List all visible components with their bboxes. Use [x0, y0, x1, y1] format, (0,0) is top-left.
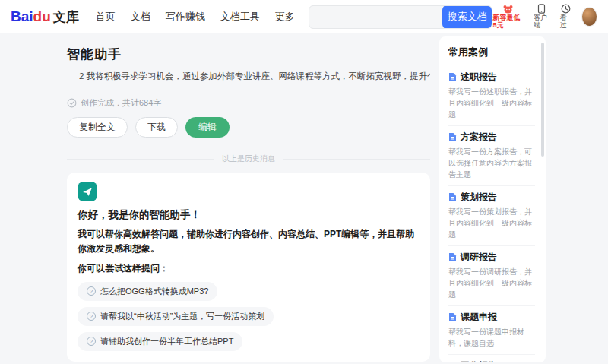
nav-more[interactable]: 更多 [275, 10, 295, 24]
nav-doc-tools[interactable]: 文档工具 [220, 10, 260, 24]
page-layout: 智能助手 2 我将积极寻求学习机会，通过参加外部专业讲座、网络课程等方式，不断拓… [0, 33, 608, 364]
document-icon [448, 72, 457, 82]
case-item-debriefing-report[interactable]: 述职报告 帮我写一份述职报告，并且内容细化到三级内容标题 [448, 66, 535, 126]
logo-bai: Bai [11, 8, 33, 25]
assistant-greeting: 你好，我是你的智能助手！ [78, 208, 420, 222]
case-desc-text: 帮我写一份策划报告，并且内容细化到三级内容标题 [448, 206, 535, 240]
suggestion-pill-ppt-summary[interactable]: ? 请辅助我创作一份半年工作总结PPT [78, 332, 242, 351]
common-cases-panel: 常用案例 述职报告 帮我写一份述职报告，并且内容细化到三级内容标题 方案报告 帮… [439, 36, 546, 362]
document-icon [448, 252, 457, 262]
suggestion-text: 请辅助我创作一份半年工作总结PPT [100, 336, 233, 347]
phone-icon [537, 4, 546, 14]
common-cases-title: 常用案例 [448, 46, 535, 59]
case-item-project-application[interactable]: 课题申报 帮我写一份课题申报材料，课题自选 [448, 306, 535, 355]
document-icon [448, 361, 457, 362]
history-actions: 复制全文 下载 编辑 [67, 117, 430, 138]
top-navbar: Baidu文库 首页 文档 写作赚钱 文档工具 更多 搜索文档 新客最低5元 客… [0, 0, 608, 33]
logo-du: du [33, 8, 51, 25]
logo-wenku: 文库 [53, 8, 79, 26]
case-desc-text: 帮我写一份调研报告，并且内容细化到三级内容标题 [448, 266, 535, 300]
page-title: 智能助手 [67, 46, 430, 63]
promo-label: 新客最低5元 [492, 14, 524, 30]
sidebar-scrollbar[interactable] [541, 43, 544, 157]
user-avatar[interactable] [581, 7, 597, 27]
main-nav: 首页 文档 写作赚钱 文档工具 更多 [96, 10, 295, 24]
assistant-avatar-icon [78, 182, 97, 201]
search-button[interactable]: 搜索文档 [442, 5, 492, 29]
case-title-text: 课题申报 [461, 311, 497, 324]
document-icon [448, 192, 457, 202]
case-title-text: 调研报告 [461, 251, 497, 264]
case-title-text: 方案报告 [461, 131, 497, 144]
new-user-promo[interactable]: 新客最低5元 [492, 5, 524, 30]
generation-status: 创作完成，共计684字 [67, 90, 430, 115]
nav-docs[interactable]: 文档 [131, 10, 150, 24]
suggestion-pill-ogg-mp3[interactable]: ? 怎么把OGG格式转换成MP3? [78, 282, 217, 301]
document-icon [448, 312, 457, 322]
case-desc-text: 帮我写一份方案报告，可以选择任意内容为方案报告主题 [448, 146, 535, 180]
case-title-text: 工作报告 [461, 359, 497, 362]
document-icon [448, 132, 457, 142]
suggestion-text: 怎么把OGG格式转换成MP3? [100, 286, 208, 297]
check-circle-icon [67, 98, 77, 108]
download-button[interactable]: 下载 [135, 117, 178, 138]
copy-all-button[interactable]: 复制全文 [67, 117, 128, 138]
client-download[interactable]: 客户端 [534, 4, 550, 30]
case-item-plan-report[interactable]: 方案报告 帮我写一份方案报告，可以选择任意内容为方案报告主题 [448, 126, 535, 186]
search-input[interactable] [309, 6, 442, 28]
history-label: 看过 [560, 14, 572, 30]
case-item-research-report[interactable]: 调研报告 帮我写一份调研报告，并且内容细化到三级内容标题 [448, 246, 535, 306]
history-divider: 以上是历史消息 [67, 154, 430, 164]
mascot-icon [502, 5, 514, 14]
question-circle-icon: ? [87, 337, 96, 346]
case-item-work-report[interactable]: 工作报告 帮我写一份工作报告，工作类型随机 [448, 355, 535, 362]
case-desc-text: 帮我写一份述职报告，并且内容细化到三级内容标题 [448, 86, 535, 120]
question-circle-icon: ? [87, 286, 96, 296]
assistant-intro-text: 我可以帮你高效解答问题，辅助你进行内容创作、内容总结、PPT编辑等，并且帮助你激… [78, 227, 420, 255]
history-divider-label: 以上是历史消息 [222, 154, 275, 164]
question-circle-icon: ? [87, 312, 96, 321]
history-viewed[interactable]: 看过 [560, 4, 572, 30]
case-title-text: 述职报告 [461, 71, 497, 84]
nav-write-earn[interactable]: 写作赚钱 [166, 10, 205, 24]
clock-icon [561, 4, 571, 14]
baidu-wenku-logo[interactable]: Baidu文库 [11, 8, 79, 26]
assistant-main: 智能助手 2 我将积极寻求学习机会，通过参加外部专业讲座、网络课程等方式，不断拓… [67, 36, 430, 364]
nav-home[interactable]: 首页 [96, 10, 116, 24]
case-title-text: 策划报告 [461, 191, 497, 204]
assistant-intro-card: 你好，我是你的智能助手！ 我可以帮你高效解答问题，辅助你进行内容创作、内容总结、… [67, 173, 430, 362]
case-desc-text: 帮我写一份课题申报材料，课题自选 [448, 326, 535, 349]
suggestion-text: 请帮我以“中秋活动”为主题，写一份活动策划 [100, 311, 264, 322]
client-label: 客户端 [534, 14, 550, 30]
edit-button[interactable]: 编辑 [185, 117, 230, 138]
case-item-planning-report[interactable]: 策划报告 帮我写一份策划报告，并且内容细化到三级内容标题 [448, 186, 535, 246]
status-text: 创作完成，共计684字 [81, 97, 161, 109]
search-bar: 搜索文档 [309, 5, 493, 29]
navbar-right: 新客最低5元 客户端 看过 [492, 4, 597, 30]
assistant-prompt-hint: 你可以尝试这样提问： [78, 261, 420, 276]
history-generated-text: 2 我将积极寻求学习机会，通过参加外部专业讲座、网络课程等方式，不断拓宽视野，提… [79, 71, 430, 82]
suggestion-pill-mid-autumn[interactable]: ? 请帮我以“中秋活动”为主题，写一份活动策划 [78, 307, 274, 326]
